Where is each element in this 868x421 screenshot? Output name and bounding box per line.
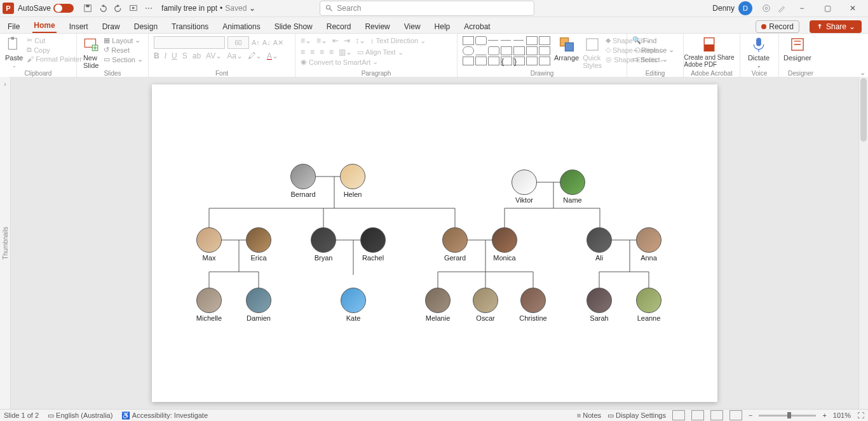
text-direction-button[interactable]: ↕ Text Direction ⌄ [370,36,426,45]
copy-button[interactable]: ⧉ Copy [27,46,82,54]
tab-file[interactable]: File [6,20,21,33]
document-title[interactable]: family tree in ppt • Saved ⌄ [161,4,255,13]
person-oscar[interactable]: Oscar [468,288,503,322]
bold-button[interactable]: B [154,51,159,60]
redo-icon[interactable] [111,1,125,15]
undo-icon[interactable] [96,1,110,15]
slide-indicator[interactable]: Slide 1 of 2 [4,411,39,419]
from-beginning-icon[interactable] [126,1,140,15]
reset-button[interactable]: ↺ Reset [104,46,143,54]
language-indicator[interactable]: ▭ English (Australia) [48,411,112,420]
fit-to-window-button[interactable]: ⛶ [857,411,864,419]
chevron-right-icon[interactable]: › [4,81,6,88]
font-size-select[interactable]: 60 [227,36,249,49]
tab-record[interactable]: Record [325,20,353,33]
dictate-button[interactable]: Dictate⌄ [745,36,772,69]
zoom-out-button[interactable]: − [749,411,752,419]
sorter-view-button[interactable] [691,410,704,420]
record-button[interactable]: Record [756,20,799,33]
tab-transitions[interactable]: Transitions [170,20,210,33]
person-bryan[interactable]: Bryan [306,227,341,262]
layout-button[interactable]: ▦ Layout ⌄ [104,36,143,44]
decrease-font-icon[interactable]: A↓ [262,39,271,46]
qat-more-icon[interactable]: ⋯ [142,1,156,15]
person-damien[interactable]: Damien [241,288,276,322]
indent-left-button[interactable]: ⇤ [332,36,339,45]
tab-animations[interactable]: Animations [221,20,261,33]
person-leanne[interactable]: Leanne [631,288,667,322]
highlight-button[interactable]: 🖍⌄ [248,51,262,60]
notes-button[interactable]: ≡ Notes [577,411,601,419]
align-right-button[interactable]: ≡ [320,48,324,57]
cut-button[interactable]: ✂ Cut [27,36,82,44]
slide-canvas-area[interactable]: Bernard Helen Viktor Name Max Erica Brya… [10,77,859,410]
align-left-button[interactable]: ≡ [301,48,305,57]
convert-smartart-button[interactable]: ◉ Convert to SmartArt ⌄ [301,58,378,66]
strike-button[interactable]: S [182,51,187,60]
maximize-button[interactable]: ▢ [815,0,840,17]
numbering-button[interactable]: ≡⌄ [316,36,327,45]
columns-button[interactable]: ▥⌄ [339,48,352,57]
tab-draw[interactable]: Draw [101,20,121,33]
align-text-button[interactable]: ▭ Align Text ⌄ [357,48,403,57]
format-painter-button[interactable]: 🖌 Format Painter [27,55,82,63]
display-settings-button[interactable]: ▭ Display Settings [607,411,666,420]
zoom-in-button[interactable]: + [822,411,826,419]
person-ali[interactable]: Ali [581,227,617,262]
person-christine[interactable]: Christine [515,288,551,322]
zoom-slider[interactable] [759,415,816,417]
person-erica[interactable]: Erica [241,227,276,262]
account-button[interactable]: Denny D [712,1,752,15]
tab-review[interactable]: Review [363,20,391,33]
search-input[interactable]: Search [320,1,534,16]
slide[interactable]: Bernard Helen Viktor Name Max Erica Brya… [152,84,717,402]
chevron-down-icon[interactable]: ⌄ [249,4,255,13]
tab-view[interactable]: View [403,20,422,33]
person-monica[interactable]: Monica [487,227,522,262]
font-color-button[interactable]: A⌄ [267,51,278,60]
char-spacing-button[interactable]: AV⌄ [206,51,222,60]
person-viktor[interactable]: Viktor [506,170,542,204]
paste-button[interactable]: Paste⌄ [5,36,23,69]
create-pdf-button[interactable]: Create and Share Adobe PDF [689,36,729,68]
coming-soon-icon[interactable] [759,1,773,15]
close-button[interactable]: ✕ [840,0,865,17]
indent-right-button[interactable]: ⇥ [344,36,350,45]
normal-view-button[interactable] [672,410,685,420]
replace-button[interactable]: ↔ Replace ⌄ [632,46,674,54]
reading-view-button[interactable] [710,410,723,420]
slideshow-view-button[interactable] [729,410,742,420]
person-helen[interactable]: Helen [335,164,370,198]
clear-format-icon[interactable]: A✕ [273,39,283,47]
accessibility-indicator[interactable]: ♿ Accessibility: Investigate [121,411,208,420]
shapes-gallery[interactable]: {} [463,36,550,65]
font-family-select[interactable] [154,36,225,49]
tab-insert[interactable]: Insert [68,20,90,33]
thumbnails-rail[interactable]: › Thumbnails [0,77,11,410]
person-sarah[interactable]: Sarah [581,288,617,322]
person-michelle[interactable]: Michelle [191,288,227,322]
align-center-button[interactable]: ≡ [310,48,315,57]
save-icon[interactable] [81,1,95,15]
justify-button[interactable]: ≡ [329,48,334,57]
new-slide-button[interactable]: New Slide [82,36,100,69]
arrange-button[interactable]: Arrange [554,36,579,62]
collapse-ribbon-icon[interactable]: ⌄ [860,69,865,77]
person-name[interactable]: Name [555,170,590,204]
section-button[interactable]: ▭ Section ⌄ [104,55,143,63]
change-case-button[interactable]: Aa⌄ [227,51,243,60]
increase-font-icon[interactable]: A↑ [252,39,260,46]
minimize-button[interactable]: − [789,0,815,17]
designer-button[interactable]: Designer [784,36,811,62]
person-rachel[interactable]: Rachel [355,227,391,262]
person-max[interactable]: Max [191,227,227,262]
tab-help[interactable]: Help [433,20,452,33]
tab-design[interactable]: Design [133,20,159,33]
line-spacing-button[interactable]: ↕⌄ [355,36,365,45]
underline-button[interactable]: U [172,51,177,60]
tab-acrobat[interactable]: Acrobat [463,20,491,33]
shadow-button[interactable]: ab [193,51,201,60]
share-button[interactable]: Share⌄ [810,20,862,33]
select-button[interactable]: ▭ Select ⌄ [632,55,674,63]
person-kate[interactable]: Kate [336,288,371,322]
